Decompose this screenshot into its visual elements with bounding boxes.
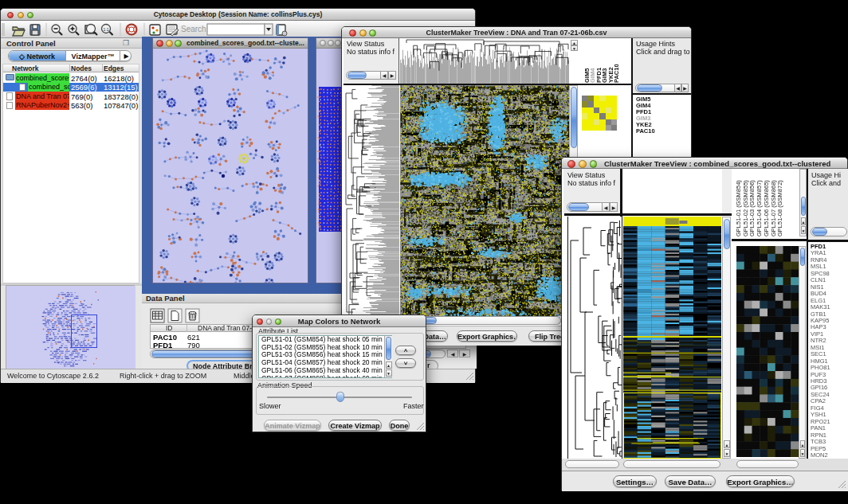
svg-text:Search:: Search: [181,25,208,33]
svg-text:1:1: 1:1 [104,27,109,32]
